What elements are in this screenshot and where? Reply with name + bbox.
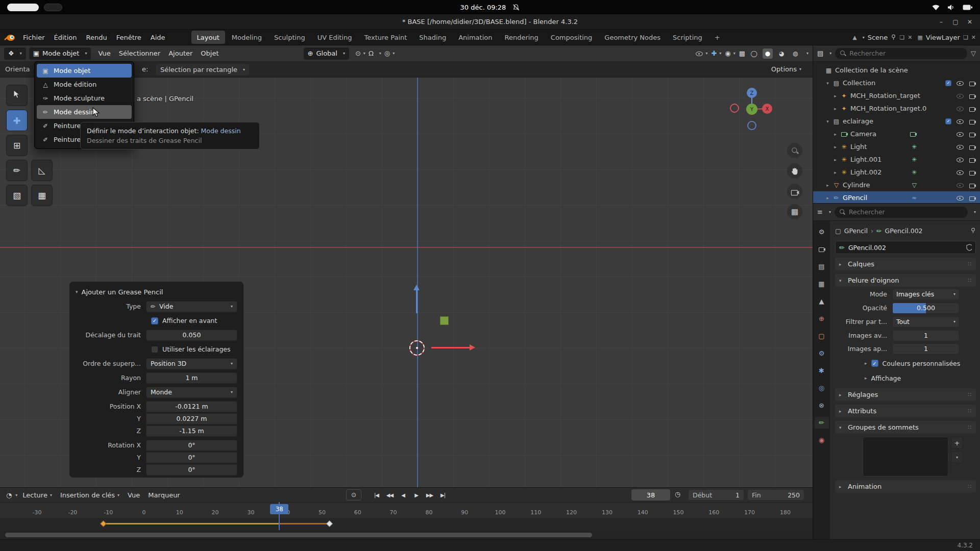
outliner-row-mch-rotation-target[interactable]: ▸✦MCH_Rotation_target [813, 89, 980, 102]
light-icon[interactable]: ✳ [839, 169, 849, 176]
collection-checkbox-icon[interactable]: ✓ [945, 80, 951, 86]
properties-tab-render[interactable] [815, 243, 829, 255]
properties-editor-icon[interactable]: ≡ [817, 208, 823, 216]
add-vertex-group-button[interactable]: + [951, 437, 963, 449]
drag-dots-icon[interactable]: ∷ [968, 391, 972, 398]
workspace-tab-uv-editing[interactable]: UV Editing [312, 31, 358, 44]
shading-solid-icon[interactable]: ● [763, 48, 773, 59]
field-aligner[interactable]: Monde▾ [146, 387, 237, 398]
proportional-editing-icon[interactable]: ◎▾ [384, 49, 395, 57]
timeline-track[interactable] [0, 518, 813, 530]
drag-dots-icon[interactable]: ∷ [968, 483, 972, 490]
gpencil-icon[interactable]: ✏ [831, 194, 841, 202]
outliner-search-input[interactable] [849, 49, 963, 57]
collection-icon[interactable]: ▤ [831, 80, 841, 87]
properties-tab-scene[interactable]: ▲ [815, 295, 829, 307]
play-button[interactable]: ▶ [410, 489, 422, 500]
gizmos-toggle-icon[interactable]: ✚▾ [711, 49, 721, 57]
workspace-tab-sculpting[interactable]: Sculpting [268, 31, 311, 44]
outliner-row-collection-de-la-scene[interactable]: ▦Collection de la scène [813, 64, 980, 77]
overlays-icon[interactable]: ◉▾ [725, 49, 735, 57]
section-pelure-d-oignon[interactable]: ▾Pelure d'oignon∷ [835, 274, 976, 287]
system-clock[interactable]: 30 déc. 09:28 [460, 0, 520, 14]
field-position-x[interactable]: -0.0121 m [146, 401, 237, 412]
mesh-icon[interactable]: ▽ [831, 182, 841, 189]
camera-toggle-icon[interactable] [969, 169, 976, 176]
camera-toggle-icon[interactable] [969, 194, 976, 201]
armature-icon[interactable]: ✦ [839, 105, 849, 112]
system-tray[interactable] [932, 4, 973, 11]
jump-end-button[interactable]: ▶| [437, 489, 449, 500]
minimize-button[interactable]: – [935, 16, 947, 28]
outliner-row-eclairage[interactable]: ▾▤eclairage✓ [813, 115, 980, 128]
timeline-scrollbar-thumb[interactable] [5, 533, 592, 537]
outliner-row-collection[interactable]: ▾▤Collection✓ [813, 77, 980, 89]
xray-toggle-icon[interactable]: ▩ [739, 49, 745, 57]
outliner-row-mch-rotation-target-0[interactable]: ▸✦MCH_Rotation_target.0 [813, 102, 980, 115]
filter-icon[interactable]: ▽ [971, 49, 976, 57]
pan-hand-icon[interactable] [787, 163, 802, 179]
close-button[interactable]: ✕ [964, 16, 976, 28]
properties-tab-world[interactable]: ⊕ [815, 313, 829, 324]
mode-option-mode-sculpture[interactable]: ✑Mode sculpture [37, 91, 132, 105]
timeline-menu-lecture[interactable]: Lecture▾ [18, 491, 56, 499]
section-reglages[interactable]: ▸Réglages∷ [835, 388, 976, 401]
keying-clock-icon[interactable]: ◷ [675, 490, 680, 498]
light-icon[interactable]: ✳ [839, 156, 849, 163]
frame-start-field[interactable]: Début 1 [688, 489, 744, 500]
checkbox-icon[interactable] [151, 346, 158, 353]
blender-logo-icon[interactable] [4, 33, 15, 41]
field-opacite[interactable]: 0.500 [892, 303, 960, 314]
chevron-right-icon[interactable]: ▸ [839, 392, 844, 397]
jump-start-button[interactable]: |◀ [371, 489, 382, 500]
outliner-row-camera[interactable]: ▸Camera [813, 128, 980, 140]
field-y[interactable]: 0.0227 m [146, 413, 237, 424]
pin-icon[interactable] [970, 228, 976, 234]
workspace-tab-modeling[interactable]: Modeling [226, 31, 267, 44]
workspace-tab-shading[interactable]: Shading [413, 31, 452, 44]
timeline-menu-vue[interactable]: Vue [124, 491, 144, 499]
frame-end-field[interactable]: Fin 250 [747, 489, 804, 500]
gpencil-object-handle[interactable] [440, 316, 449, 325]
visibility-eye-icon[interactable]: ▾ [696, 50, 707, 57]
view-layer-selector[interactable]: ▦ ViewLayer ❏ ✕ [917, 34, 976, 41]
outliner-row-light-002[interactable]: ▸✳Light.002✳ [813, 166, 980, 179]
workspace-tab-compositing[interactable]: Compositing [545, 31, 598, 44]
properties-search-input[interactable] [849, 208, 963, 216]
light-icon[interactable]: ✳ [839, 143, 849, 151]
section-calques[interactable]: ▸Calques∷ [835, 258, 976, 270]
collection-checkbox-icon[interactable]: ✓ [945, 118, 951, 124]
outliner-search[interactable] [835, 48, 967, 59]
editor-type-selector[interactable]: ❖ ▾ [4, 47, 26, 60]
breadcrumb-root[interactable]: GPencil [844, 227, 868, 235]
activities-pill[interactable] [7, 4, 39, 11]
expander-icon[interactable]: ▸ [824, 183, 831, 188]
scene-browse-icon[interactable]: ▲ [852, 34, 856, 41]
drag-dots-icon[interactable]: ∷ [968, 424, 972, 431]
tool-transform-button[interactable]: ⊞ [6, 135, 28, 156]
properties-tab-data[interactable]: ✏ [815, 417, 829, 429]
timeline-scrollbar[interactable] [0, 530, 813, 540]
mode-selector[interactable]: ▣ Mode objet ▾ [29, 47, 91, 60]
pin-icon[interactable] [891, 34, 896, 40]
chevron-right-icon[interactable]: ▸ [839, 484, 844, 489]
properties-tab-output[interactable]: ▤ [815, 261, 829, 272]
timeline-editor-icon[interactable]: ◔ [4, 491, 12, 499]
viewport-menu-objet[interactable]: Objet [197, 47, 223, 60]
current-frame-field[interactable]: 38 [631, 489, 670, 500]
properties-tab-view-layer[interactable]: ▦ [815, 278, 829, 290]
next-key-button[interactable]: ▶▶ [424, 489, 435, 500]
new-scene-icon[interactable]: ❏ [899, 34, 904, 41]
properties-tab-constraints[interactable]: ⊗ [815, 399, 829, 411]
orientation-selector[interactable]: ⊕ Global ▾ [304, 47, 349, 60]
properties-tab-object[interactable]: ▢ [815, 330, 829, 342]
camera-object-icon[interactable] [839, 130, 849, 138]
checkbox-afficher-en-avant[interactable]: ✓Afficher en avant [151, 317, 217, 324]
pivot-point-icon[interactable]: ⊙▾ [355, 49, 365, 57]
workspace-tab-geometry-nodes[interactable]: Geometry Nodes [599, 31, 666, 44]
field-type[interactable]: ✏Vide▾ [146, 301, 237, 312]
tool-add-cube-button[interactable]: ▧ [6, 185, 28, 206]
outliner-editor-icon[interactable]: ▤ [817, 49, 823, 57]
chevron-right-icon[interactable]: ▸ [865, 375, 867, 381]
auto-keyframe-toggle[interactable]: ⊙ [346, 489, 361, 500]
